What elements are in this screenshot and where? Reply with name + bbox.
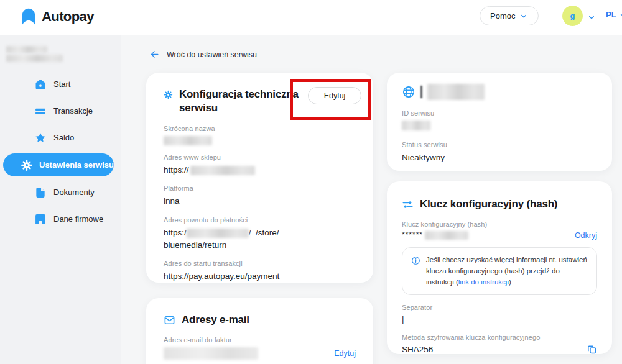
home-icon <box>34 78 47 91</box>
service-info-card: ID serwisu Status serwisu Nieaktywny <box>387 73 612 171</box>
invoice-email-label: Adres e-mail do faktur <box>164 336 356 344</box>
sidebar-item-dane-firmowe[interactable]: Dane firmowe <box>0 207 121 230</box>
shop-url-label: Adres www sklepu <box>164 153 356 161</box>
envelope-icon <box>164 314 175 326</box>
sidebar-item-label: Dokumenty <box>53 188 95 197</box>
sidebar-nav: Start Transakcje Saldo Ustawienia serwis… <box>0 35 121 364</box>
user-avatar[interactable]: g <box>562 6 583 26</box>
sidebar-item-label: Dane firmowe <box>53 214 103 224</box>
copy-icon <box>587 344 597 355</box>
redacted-bar <box>6 46 47 53</box>
start-url-value: https://pay.autopay.eu/payment <box>164 270 356 283</box>
copy-button[interactable] <box>587 344 597 355</box>
card-title: Klucz konfiguracyjny (hash) <box>420 198 557 211</box>
return-url-value: https://_/store/ bluemedia/return <box>164 227 356 252</box>
star-icon <box>34 132 47 144</box>
redacted-bar <box>6 55 63 62</box>
config-key-masked-value: ****** <box>402 230 468 240</box>
organization-name-redacted <box>6 46 63 62</box>
brand-name: Autopay <box>42 9 94 25</box>
card-title: Konfiguracja techniczna serwisu <box>179 88 313 115</box>
configuration-key-card: Klucz konfiguracyjny (hash) Klucz konfig… <box>387 181 612 354</box>
sidebar-item-label: Transakcje <box>53 106 93 116</box>
reveal-key-link[interactable]: Odkryj <box>575 231 597 240</box>
redacted-bar <box>187 229 249 238</box>
arrow-left-icon <box>149 49 160 60</box>
separator-label: Separator <box>402 304 597 311</box>
language-selector[interactable]: PL <box>606 10 622 19</box>
instruction-link[interactable]: link do instrukcji <box>458 278 509 286</box>
transactions-icon <box>34 105 47 117</box>
info-callout: Jeśli chcesz uzyskać więcej informacji n… <box>402 247 597 295</box>
chevron-down-icon <box>519 12 528 20</box>
gear-icon <box>21 159 33 171</box>
autopay-logo-icon <box>21 8 36 25</box>
technical-configuration-card: Konfiguracja techniczna serwisu Edytuj S… <box>146 73 373 283</box>
sidebar-item-label: Saldo <box>53 133 74 142</box>
platform-value: inna <box>164 195 356 207</box>
sidebar-item-saldo[interactable]: Saldo <box>0 126 121 149</box>
redacted-bar <box>420 86 422 98</box>
edit-technical-config-button[interactable]: Edytuj <box>308 87 361 104</box>
redacted-bar <box>190 166 255 175</box>
avatar-initial: g <box>570 11 575 20</box>
autopay-logo[interactable]: Autopay <box>21 8 94 25</box>
help-button[interactable]: Pomoc <box>480 6 539 25</box>
start-url-label: Adres do startu transakcji <box>164 260 356 267</box>
encryption-method-label: Metoda szyfrowania klucza konfiguracyjne… <box>402 334 597 341</box>
return-url-label: Adres powrotu do płatności <box>164 216 356 224</box>
platform-label: Platforma <box>164 184 356 192</box>
sidebar-item-label: Ustawienia serwisu <box>39 160 114 170</box>
main-content: Wróć do ustawień serwisu Konfiguracja te… <box>122 35 622 364</box>
service-name-redacted <box>427 84 485 100</box>
shop-url-value: https:// <box>164 164 356 176</box>
service-status-label: Status serwisu <box>402 141 597 148</box>
config-key-label: Klucz konfiguracyjny (hash) <box>402 221 597 228</box>
company-icon <box>34 213 47 225</box>
language-chevron-down-icon <box>619 11 622 19</box>
sidebar-item-ustawienia-serwisu[interactable]: Ustawienia serwisu <box>3 153 114 176</box>
sliders-icon <box>402 199 414 211</box>
info-icon <box>411 256 420 265</box>
card-title: Adresy e-mail <box>182 313 249 327</box>
sidebar-item-dokumenty[interactable]: Dokumenty <box>0 181 121 204</box>
encryption-method-value: SHA256 <box>402 344 433 356</box>
avatar-chevron-down-icon[interactable] <box>587 13 596 22</box>
edit-invoice-email-link[interactable]: Edytuj <box>334 349 356 358</box>
service-id-value-redacted <box>402 121 430 130</box>
short-name-value-redacted <box>164 136 212 145</box>
redacted-bar <box>425 231 468 240</box>
sidebar-item-label: Start <box>53 80 70 89</box>
invoice-email-value-redacted <box>164 347 258 360</box>
service-id-label: ID serwisu <box>402 109 597 117</box>
info-text: Jeśli chcesz uzyskać więcej informacji n… <box>426 255 588 288</box>
language-label: PL <box>606 10 616 19</box>
back-link-label: Wróć do ustawień serwisu <box>167 50 257 59</box>
sidebar-item-start[interactable]: Start <box>0 73 121 96</box>
sidebar-item-transakcje[interactable]: Transakcje <box>0 99 121 122</box>
gear-icon <box>164 90 173 99</box>
back-to-settings-link[interactable]: Wróć do ustawień serwisu <box>149 49 257 60</box>
globe-icon <box>402 85 415 99</box>
short-name-label: Skrócona nazwa <box>164 125 356 132</box>
service-status-value: Nieaktywny <box>402 152 597 164</box>
help-button-label: Pomoc <box>490 11 515 20</box>
email-addresses-card: Adresy e-mail Adres e-mail do faktur Edy… <box>146 298 373 364</box>
top-header: Autopay Pomoc g PL <box>0 0 622 35</box>
documents-icon <box>34 186 47 199</box>
separator-value: | <box>402 313 597 325</box>
